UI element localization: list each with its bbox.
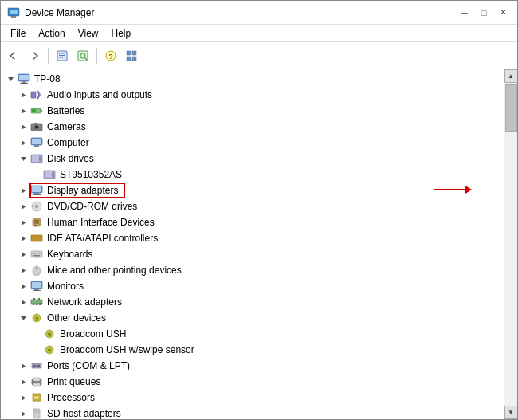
expand-btn-networkadapters[interactable]	[17, 296, 29, 308]
tree-item-sdhostadapters[interactable]: SD host adapters	[1, 406, 504, 419]
svg-marker-67	[22, 252, 26, 257]
tree-item-networkadapters[interactable]: Network adapters	[1, 294, 504, 310]
icon-monitors	[29, 280, 44, 292]
tree-item-audio[interactable]: Audio inputs and outputs	[1, 87, 504, 103]
svg-marker-56	[22, 220, 26, 226]
expand-btn-hid[interactable]	[17, 216, 29, 229]
tree-item-tp08[interactable]: TP-08	[1, 71, 504, 87]
svg-rect-35	[32, 139, 41, 144]
tree-item-dvdcd[interactable]: DVD/CD-ROM drives	[1, 198, 504, 214]
expand-btn-audio[interactable]	[17, 88, 29, 101]
icon-cameras	[29, 120, 44, 133]
svg-rect-32	[34, 123, 37, 124]
svg-point-55	[36, 206, 37, 207]
svg-marker-38	[21, 157, 26, 161]
tree-item-hid[interactable]: Human Interface Devices	[1, 214, 504, 230]
label-displayadapters: Display adapters	[47, 185, 118, 196]
scan-button[interactable]	[73, 46, 92, 65]
icon-keyboards	[29, 248, 44, 261]
tree-item-cameras[interactable]: Cameras	[1, 119, 504, 135]
tree-item-computer[interactable]: Computer	[1, 135, 504, 151]
expand-btn-broadcomush[interactable]	[29, 328, 42, 340]
tree-item-ports[interactable]: Ports (COM & LPT)	[1, 358, 504, 374]
menu-view[interactable]: View	[72, 26, 105, 41]
label-broadcomuswipe: Broadcom USH w/swipe sensor	[60, 344, 194, 355]
expand-btn-sdhostadapters[interactable]	[17, 407, 29, 419]
svg-rect-23	[31, 92, 36, 98]
tree-item-displayadapters[interactable]: Display adapters	[1, 183, 504, 198]
expand-btn-displayadapters[interactable]	[17, 184, 29, 197]
tree-item-diskdrives[interactable]: Disk drives	[1, 151, 504, 167]
tree-item-otherdevices[interactable]: ?Other devices	[1, 310, 504, 326]
svg-marker-83	[22, 300, 26, 305]
tree-item-monitors[interactable]: Monitors	[1, 278, 504, 294]
expand-btn-keyboards[interactable]	[17, 248, 29, 261]
menu-action[interactable]: Action	[32, 26, 71, 41]
expand-btn-tp08[interactable]	[4, 73, 17, 85]
svg-text:?: ?	[48, 347, 52, 355]
expand-btn-diskdrives[interactable]	[17, 152, 29, 165]
expand-btn-broadcomuswipe[interactable]	[29, 343, 42, 356]
expand-btn-batteries[interactable]	[17, 104, 29, 117]
scroll-up-button[interactable]: ▲	[504, 69, 518, 83]
icon-ports	[29, 359, 44, 372]
label-monitors: Monitors	[47, 281, 84, 292]
menu-file[interactable]: File	[4, 26, 32, 41]
tree-item-printqueues[interactable]: Print queues	[1, 374, 504, 390]
expand-btn-dvdcd[interactable]	[17, 200, 29, 213]
tree-item-broadcomuswipe[interactable]: ?Broadcom USH w/swipe sensor	[1, 342, 504, 358]
svg-rect-66	[39, 237, 41, 237]
forward-button[interactable]	[25, 46, 44, 65]
scrollbar[interactable]: ▲ ▼	[504, 69, 517, 419]
svg-rect-87	[33, 303, 34, 305]
icon-broadcomush: ?	[42, 328, 57, 340]
app-icon	[7, 6, 20, 19]
label-networkadapters: Network adapters	[47, 296, 122, 308]
scroll-down-button[interactable]: ▼	[504, 406, 518, 419]
tree-item-st9510[interactable]: ST9510352AS	[1, 167, 504, 183]
grid-button[interactable]	[122, 46, 141, 65]
expand-btn-otherdevices[interactable]	[17, 312, 29, 324]
tree-item-batteries[interactable]: Batteries	[1, 103, 504, 119]
menu-help[interactable]: Help	[105, 26, 138, 41]
label-cameras: Cameras	[47, 121, 86, 132]
svg-rect-63	[32, 237, 33, 237]
expand-btn-st9510[interactable]	[29, 168, 42, 181]
label-sdhostadapters: SD host adapters	[47, 408, 121, 419]
icon-batteries	[29, 104, 44, 117]
icon-sdhostadapters	[29, 407, 44, 419]
device-tree[interactable]: TP-08Audio inputs and outputsBatteriesCa…	[1, 69, 504, 419]
minimize-button[interactable]: ─	[457, 6, 473, 20]
svg-rect-73	[33, 255, 40, 257]
window-title: Device Manager	[25, 7, 457, 18]
svg-rect-71	[37, 253, 38, 254]
properties-button[interactable]	[53, 46, 72, 65]
svg-rect-80	[32, 282, 41, 288]
label-audio: Audio inputs and outputs	[47, 89, 152, 100]
svg-rect-16	[132, 57, 136, 61]
tree-item-keyboards[interactable]: Keyboards	[1, 246, 504, 262]
expand-btn-cameras[interactable]	[17, 120, 29, 133]
tree-item-mice[interactable]: Mice and other pointing devices	[1, 262, 504, 278]
scrollbar-thumb[interactable]	[505, 84, 517, 132]
maximize-button[interactable]: □	[476, 6, 492, 20]
close-button[interactable]: ✕	[495, 6, 511, 20]
tree-item-processors[interactable]: Processors	[1, 390, 504, 406]
back-button[interactable]	[4, 46, 23, 65]
svg-rect-62	[31, 235, 42, 241]
icon-diskdrives	[29, 152, 44, 165]
icon-mice	[29, 264, 44, 277]
svg-text:?: ?	[108, 53, 113, 61]
expand-btn-computer[interactable]	[17, 136, 29, 149]
svg-marker-28	[22, 124, 26, 130]
icon-displayadapters	[29, 184, 44, 197]
expand-btn-ide[interactable]	[17, 232, 29, 245]
expand-btn-printqueues[interactable]	[17, 375, 29, 388]
expand-btn-ports[interactable]	[17, 359, 29, 372]
tree-item-broadcomush[interactable]: ?Broadcom USH	[1, 326, 504, 342]
expand-btn-processors[interactable]	[17, 391, 29, 404]
expand-btn-mice[interactable]	[17, 264, 29, 277]
expand-btn-monitors[interactable]	[17, 280, 29, 292]
help-button[interactable]: ?	[101, 46, 120, 65]
tree-item-ide[interactable]: IDE ATA/ATAPI controllers	[1, 230, 504, 246]
